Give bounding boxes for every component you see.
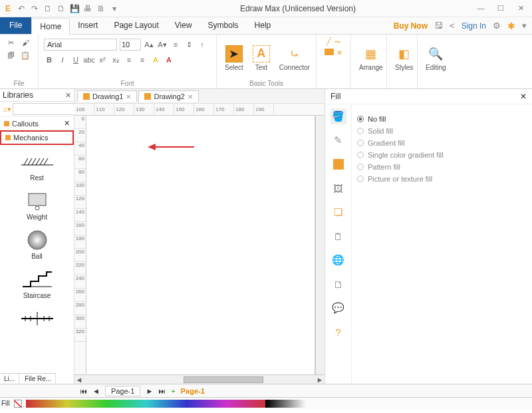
fill-option[interactable]: No fill	[357, 115, 527, 123]
scrollbar-thumb[interactable]	[184, 376, 263, 383]
redo-icon[interactable]: ↷	[29, 3, 40, 14]
tab-symbols[interactable]: Symbols	[200, 17, 247, 34]
align-left-icon[interactable]: ≡	[124, 55, 134, 65]
increase-font-icon[interactable]: A▴	[144, 39, 154, 50]
globe-icon[interactable]: 🌐	[331, 252, 346, 268]
layer-icon[interactable]: ❏	[331, 204, 346, 220]
preview-icon[interactable]: 🗎	[96, 3, 106, 14]
curve-icon[interactable]: 〜	[334, 37, 341, 47]
bucket-icon[interactable]: 🪣	[331, 108, 346, 124]
highlight-icon[interactable]: A	[150, 55, 161, 65]
close-icon[interactable]: ✕	[126, 93, 131, 100]
tab-view[interactable]: View	[167, 17, 200, 34]
tab-insert[interactable]: Insert	[70, 17, 106, 34]
styles-button[interactable]: ◧Styles	[392, 44, 416, 72]
superscript-icon[interactable]: x²	[97, 55, 108, 65]
paste-icon[interactable]: 📋	[20, 50, 31, 61]
pen-icon[interactable]: ✎	[331, 132, 346, 148]
undo-icon[interactable]: ↶	[16, 3, 27, 14]
fill-option[interactable]: Picture or texture fill	[357, 175, 527, 183]
share-icon[interactable]: <	[450, 21, 455, 31]
document-tab-drawing1[interactable]: Drawing1✕	[77, 90, 137, 102]
file-menu[interactable]: File	[0, 17, 31, 34]
decrease-font-icon[interactable]: A▾	[157, 39, 168, 50]
page-nav-next[interactable]: ►	[146, 387, 153, 395]
collapse-ribbon-icon[interactable]: ▾	[522, 21, 527, 31]
scrollbar-vertical[interactable]	[315, 116, 325, 374]
font-size-select[interactable]: 10	[120, 39, 141, 51]
line-icon[interactable]: ╱	[327, 37, 331, 47]
close-icon[interactable]: ✕	[188, 93, 193, 100]
tab-help[interactable]: Help	[247, 17, 279, 34]
align-center-icon[interactable]: ≡	[137, 55, 148, 65]
shape-ball[interactable]: Ball	[1, 230, 72, 260]
copy-icon[interactable]: 🗐	[5, 50, 16, 61]
select-tool[interactable]: ➤ Select	[222, 44, 246, 72]
scroll-left-icon[interactable]: ◄	[74, 376, 84, 384]
more-shapes-icon[interactable]: ✕	[336, 49, 342, 57]
minimize-button[interactable]: —	[476, 4, 485, 13]
bold-icon[interactable]: B	[44, 55, 55, 65]
print-icon[interactable]: 🖶	[82, 3, 93, 14]
align-top-icon[interactable]: ↑	[197, 39, 207, 50]
new-doc-icon[interactable]: 🗋	[43, 3, 53, 14]
no-fill-swatch[interactable]	[14, 400, 22, 408]
fill-option[interactable]: Solid fill	[357, 127, 527, 135]
help-icon[interactable]: ?	[331, 324, 346, 340]
bottom-tab-file-re[interactable]: File Re...	[21, 374, 56, 384]
library-cat-callouts[interactable]: Callouts ✕	[0, 117, 74, 130]
tab-home[interactable]: Home	[31, 18, 70, 35]
document-tab-drawing2[interactable]: Drawing2✕	[138, 90, 198, 102]
drawing-canvas[interactable]	[86, 116, 315, 374]
close-button[interactable]: ✕	[516, 4, 525, 13]
rect-icon[interactable]	[325, 49, 334, 55]
picture-icon[interactable]: 🖼	[331, 180, 346, 196]
bullets-icon[interactable]: ≡	[170, 39, 181, 50]
fill-option[interactable]: Single color gradient fill	[357, 151, 527, 159]
page-icon[interactable]: 🗋	[331, 276, 346, 292]
line-spacing-icon[interactable]: ⇕	[184, 39, 194, 50]
scrollbar-horizontal[interactable]: ◄ ►	[74, 374, 325, 384]
subscript-icon[interactable]: x₂	[110, 55, 121, 65]
cut-icon[interactable]: ✂	[5, 37, 16, 48]
fill-option[interactable]: Gradient fill	[357, 139, 527, 147]
buy-now-link[interactable]: Buy Now	[394, 21, 428, 31]
fill-option[interactable]: Pattern fill	[357, 163, 527, 171]
connector-tool[interactable]: ⤿ Connector	[277, 44, 313, 72]
comment-icon[interactable]: 💬	[331, 300, 346, 316]
shape-staircase[interactable]: Staircase	[1, 269, 72, 299]
save-icon[interactable]: 💾	[69, 3, 80, 14]
font-family-select[interactable]: Arial	[44, 39, 117, 51]
gear-icon[interactable]: ⚙	[493, 21, 501, 31]
shadow-icon[interactable]	[331, 156, 346, 172]
editing-button[interactable]: 🔍Editing	[423, 44, 449, 72]
page-nav-prev[interactable]: ◄	[92, 387, 100, 395]
shape-rest[interactable]: Rest	[1, 152, 72, 182]
color-palette[interactable]	[26, 400, 305, 408]
maximize-button[interactable]: ☐	[496, 4, 505, 13]
add-page-button[interactable]: +	[171, 387, 175, 395]
strike-icon[interactable]: abc	[84, 55, 94, 65]
shape-weight[interactable]: Weight	[1, 191, 72, 221]
list-icon[interactable]: 🗒	[331, 228, 346, 244]
qat-dropdown-icon[interactable]: ▾	[109, 3, 120, 14]
tab-page-layout[interactable]: Page Layout	[106, 17, 166, 34]
library-cat-mechanics[interactable]: Mechanics	[0, 130, 74, 145]
italic-icon[interactable]: I	[57, 55, 68, 65]
underline-icon[interactable]: U	[70, 55, 81, 65]
page-nav-last[interactable]: ⏭	[158, 387, 166, 395]
sign-in-link[interactable]: Sign In	[462, 21, 486, 31]
scroll-right-icon[interactable]: ►	[315, 376, 325, 384]
home-icon[interactable]: ⌂▾	[3, 105, 11, 114]
close-icon[interactable]: ✕	[64, 119, 70, 128]
shape-extra[interactable]	[1, 309, 72, 329]
libraries-close-icon[interactable]: ✕	[65, 91, 71, 100]
save-cloud-icon[interactable]: 🖫	[434, 21, 443, 31]
page-nav-first[interactable]: ⏮	[80, 387, 87, 395]
bottom-tab-li[interactable]: Li...	[0, 374, 19, 384]
close-icon[interactable]: ✕	[520, 92, 527, 101]
text-tool[interactable]: A Text	[250, 44, 273, 72]
brush-icon[interactable]: 🖌	[20, 37, 31, 48]
font-color-icon[interactable]: A	[164, 55, 174, 65]
arrange-button[interactable]: ▦Arrange	[356, 44, 386, 72]
